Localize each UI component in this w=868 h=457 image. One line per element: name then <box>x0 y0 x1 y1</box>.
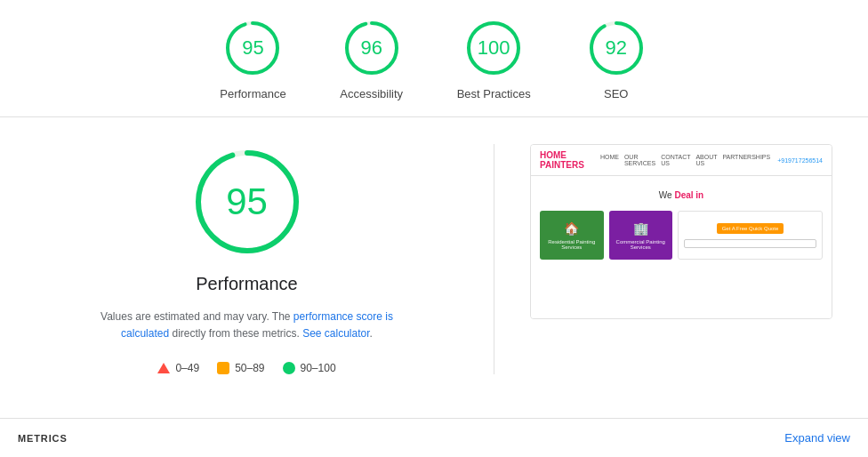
average-icon <box>217 362 229 374</box>
preview-card-residential: 🏠 Residential PaintingServices <box>540 211 604 260</box>
legend-pass: 90–100 <box>283 362 336 374</box>
score-item-seo[interactable]: 92 SEO <box>584 16 648 100</box>
nav-about: ABOUT US <box>695 154 717 166</box>
pass-icon <box>283 362 295 374</box>
preview-frame: HOME PAINTERS HOME OUR SERVICES CONTACT … <box>530 144 832 319</box>
fail-icon <box>157 363 170 373</box>
score-legend: 0–49 50–89 90–100 <box>157 362 335 374</box>
score-label-seo: SEO <box>604 87 628 100</box>
residential-icon: 🏠 <box>564 221 579 236</box>
preview-quote-input <box>684 239 816 248</box>
preview-card-commercial: 🏢 Commercial PaintingServices <box>609 211 673 260</box>
performance-title: Performance <box>196 274 298 294</box>
score-item-accessibility[interactable]: 96 Accessibility <box>340 16 404 100</box>
nav-services: OUR SERVICES <box>624 154 655 166</box>
big-score-value: 95 <box>226 180 268 223</box>
nav-partnerships: PARTNERSHIPS <box>722 154 770 166</box>
score-label-accessibility: Accessibility <box>340 87 403 100</box>
score-label-performance: Performance <box>220 87 285 100</box>
preview-body: We Deal in 🏠 Residential PaintingService… <box>531 176 832 318</box>
score-circle-performance: 95 <box>221 16 285 80</box>
score-circle-seo: 92 <box>584 16 648 80</box>
scores-bar: 95 Performance 96 Accessibility <box>0 0 868 117</box>
legend-average: 50–89 <box>217 362 264 374</box>
bottom-bar: METRICS Expand view <box>0 418 868 457</box>
score-item-best-practices[interactable]: 100 Best Practices <box>457 16 531 100</box>
preview-content-row: 🏠 Residential PaintingServices 🏢 Commerc… <box>540 211 823 260</box>
big-score-circle: 95 <box>189 144 305 260</box>
left-panel: 95 Performance Values are estimated and … <box>36 144 458 374</box>
score-item-performance[interactable]: 95 Performance <box>220 16 285 100</box>
nav-contact: CONTACT US <box>661 154 690 166</box>
main-content: 95 Performance Values are estimated and … <box>0 117 868 401</box>
performance-description: Values are estimated and may vary. The p… <box>78 309 416 342</box>
page-wrapper: 95 Performance 96 Accessibility <box>0 0 868 457</box>
expand-view-button[interactable]: Expand view <box>784 431 850 445</box>
residential-label: Residential PaintingServices <box>548 239 595 250</box>
preview-logo: HOME PAINTERS <box>540 150 593 170</box>
score-value-best-practices: 100 <box>478 36 510 60</box>
preview-header: HOME PAINTERS HOME OUR SERVICES CONTACT … <box>531 145 832 176</box>
commercial-icon: 🏢 <box>633 221 648 236</box>
score-circle-best-practices: 100 <box>462 16 526 80</box>
preview-nav: HOME OUR SERVICES CONTACT US ABOUT US PA… <box>600 154 770 166</box>
right-panel: HOME PAINTERS HOME OUR SERVICES CONTACT … <box>530 144 832 319</box>
score-value-accessibility: 96 <box>360 36 382 60</box>
score-circle-accessibility: 96 <box>340 16 404 80</box>
preview-phone: +919717256514 <box>777 157 823 164</box>
score-value-seo: 92 <box>606 36 627 60</box>
preview-quote-box: Get A Free Quick Quote <box>678 211 823 260</box>
legend-fail: 0–49 <box>157 362 199 374</box>
fail-range: 0–49 <box>175 362 199 374</box>
nav-home: HOME <box>600 154 619 166</box>
score-label-best-practices: Best Practices <box>457 87 531 100</box>
vertical-divider <box>494 144 494 374</box>
metrics-label: METRICS <box>18 433 68 444</box>
score-value-performance: 95 <box>242 36 263 60</box>
calculator-link[interactable]: See calculator <box>302 327 369 340</box>
pass-range: 90–100 <box>301 362 336 374</box>
preview-quote-btn: Get A Free Quick Quote <box>717 223 784 234</box>
preview-deal-title: We Deal in <box>540 190 823 200</box>
preview-cards: 🏠 Residential PaintingServices 🏢 Commerc… <box>540 211 672 260</box>
commercial-label: Commercial PaintingServices <box>616 239 665 250</box>
average-range: 50–89 <box>235 362 264 374</box>
